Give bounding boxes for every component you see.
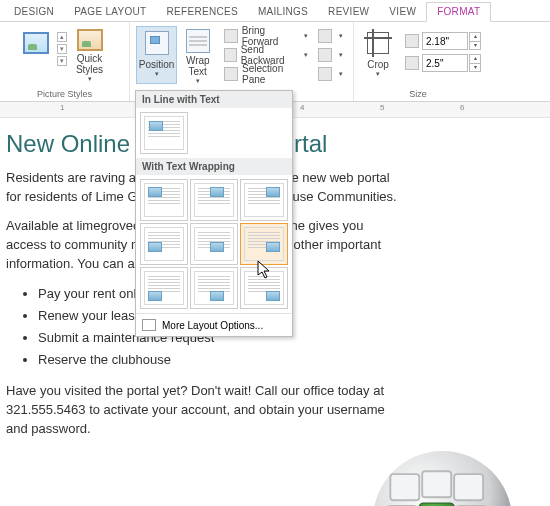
svg-rect-3 xyxy=(454,474,483,500)
height-spinner[interactable]: ▴▾ xyxy=(405,32,481,50)
ruler-mark: 1 xyxy=(60,103,64,112)
width-icon xyxy=(405,56,419,70)
ruler-mark: 4 xyxy=(300,103,304,112)
rotate-icon xyxy=(318,67,332,81)
ruler-mark: 5 xyxy=(380,103,384,112)
group-picture-styles: ▴ ▾ ▾ Quick Styles Picture Styles xyxy=(0,22,130,101)
tab-design[interactable]: DESIGN xyxy=(4,3,64,21)
wrap-text-button[interactable]: Wrap Text xyxy=(177,26,218,84)
pos-top-left[interactable] xyxy=(140,179,188,221)
pos-top-right[interactable] xyxy=(240,179,288,221)
bring-forward-icon xyxy=(224,29,237,43)
pic-style-preset[interactable] xyxy=(17,26,55,84)
popup-section-wrapping: With Text Wrapping xyxy=(136,158,292,175)
width-input[interactable] xyxy=(422,54,468,72)
pos-middle-center[interactable] xyxy=(190,223,238,265)
bring-forward-button[interactable]: Bring Forward▾ xyxy=(220,26,312,45)
rotate-button[interactable]: ▾ xyxy=(314,64,347,83)
width-spinner[interactable]: ▴▾ xyxy=(405,54,481,72)
tab-references[interactable]: REFERENCES xyxy=(157,3,248,21)
more-layout-label: More Layout Options... xyxy=(162,320,263,331)
tab-page-layout[interactable]: PAGE LAYOUT xyxy=(64,3,156,21)
gallery-more-icon[interactable]: ▾ xyxy=(57,56,67,66)
height-down[interactable]: ▾ xyxy=(469,41,481,50)
gallery-up-icon[interactable]: ▴ xyxy=(57,32,67,42)
group-label-picture-styles: Picture Styles xyxy=(37,87,92,99)
send-backward-button[interactable]: Send Backward▾ xyxy=(220,45,312,64)
pos-bottom-left[interactable] xyxy=(140,267,188,309)
svg-rect-1 xyxy=(390,474,419,500)
inserted-image[interactable] xyxy=(370,448,515,506)
position-dropdown: In Line with Text With Text Wrapping Mor… xyxy=(135,90,293,337)
selection-pane-button[interactable]: Selection Pane xyxy=(220,64,312,83)
crop-button[interactable]: Crop xyxy=(355,26,401,84)
height-input[interactable] xyxy=(422,32,468,50)
pos-middle-right[interactable] xyxy=(240,223,288,265)
more-layout-options[interactable]: More Layout Options... xyxy=(136,313,292,336)
ruler-mark: 6 xyxy=(460,103,464,112)
list-item: Reserve the clubhouse xyxy=(38,349,544,371)
popup-section-inline: In Line with Text xyxy=(136,91,292,108)
group-button[interactable]: ▾ xyxy=(314,45,347,64)
gallery-down-icon[interactable]: ▾ xyxy=(57,44,67,54)
pos-middle-left[interactable] xyxy=(140,223,188,265)
group-size: Crop ▴▾ ▴▾ Size xyxy=(354,22,482,101)
align-icon xyxy=(318,29,332,43)
wrap-text-label: Wrap Text xyxy=(178,55,217,77)
tab-format[interactable]: FORMAT xyxy=(426,2,491,22)
quick-styles-label: Quick Styles xyxy=(68,53,112,75)
width-up[interactable]: ▴ xyxy=(469,54,481,63)
tab-review[interactable]: REVIEW xyxy=(318,3,379,21)
group-label-size: Size xyxy=(409,87,427,99)
tab-mailings[interactable]: MAILINGS xyxy=(248,3,318,21)
position-label: Position xyxy=(139,59,175,70)
width-down[interactable]: ▾ xyxy=(469,63,481,72)
ribbon-tabs: DESIGN PAGE LAYOUT REFERENCES MAILINGS R… xyxy=(0,0,550,22)
align-button[interactable]: ▾ xyxy=(314,26,347,45)
send-backward-icon xyxy=(224,48,236,62)
position-button[interactable]: Position xyxy=(136,26,177,84)
crop-label: Crop xyxy=(367,59,389,70)
height-up[interactable]: ▴ xyxy=(469,32,481,41)
pos-bottom-center[interactable] xyxy=(190,267,238,309)
pos-bottom-right[interactable] xyxy=(240,267,288,309)
selection-pane-icon xyxy=(224,67,238,81)
layout-options-icon xyxy=(142,319,156,331)
quick-styles-button[interactable]: Quick Styles xyxy=(67,26,113,84)
tab-view[interactable]: VIEW xyxy=(379,3,426,21)
group-icon xyxy=(318,48,332,62)
pos-inline[interactable] xyxy=(140,112,188,154)
height-icon xyxy=(405,34,419,48)
doc-p3: Have you visited the portal yet? Don't w… xyxy=(6,381,401,438)
svg-rect-2 xyxy=(422,471,451,497)
pos-top-center[interactable] xyxy=(190,179,238,221)
